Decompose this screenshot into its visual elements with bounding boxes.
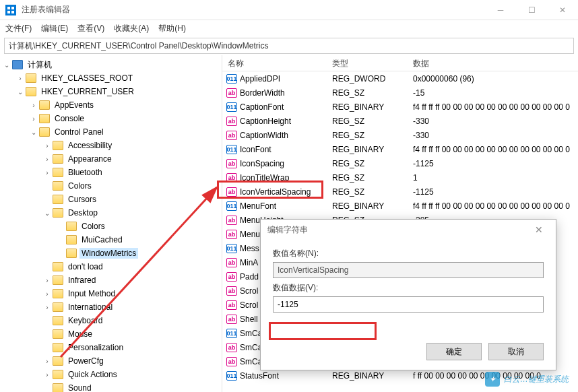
value-data: -15 <box>408 88 578 98</box>
list-header: 名称 类型 数据 <box>222 55 578 71</box>
value-icon: ab <box>226 357 237 366</box>
watermark: ✦ 白云…键重装系统 <box>485 372 569 387</box>
menu-favorites[interactable]: 收藏夹(A) <box>114 23 149 34</box>
value-icon: ab <box>226 300 237 310</box>
minimize-button[interactable]: ─ <box>485 0 516 20</box>
value-data: -330 <box>408 131 578 140</box>
close-button[interactable]: ✕ <box>547 0 578 20</box>
tree-root[interactable]: 计算机 <box>0 58 222 71</box>
tree-item[interactable]: Infrared <box>0 273 222 287</box>
value-data: 0x00000060 (96) <box>408 74 578 84</box>
col-data[interactable]: 数据 <box>408 55 578 71</box>
value-name: CaptionFont <box>240 102 284 112</box>
svg-rect-2 <box>7 11 10 13</box>
value-type: REG_DWORD <box>327 74 408 84</box>
value-icon: 011 <box>226 201 237 211</box>
maximize-button[interactable]: ☐ <box>516 0 547 20</box>
tree-item[interactable]: Accessibility <box>0 139 222 152</box>
list-row[interactable]: abIconTitleWrapREG_SZ1 <box>222 170 578 185</box>
value-data: 1 <box>408 173 578 183</box>
value-type: REG_BINARY <box>327 145 408 154</box>
menu-edit[interactable]: 编辑(E) <box>41 23 68 34</box>
tree-item[interactable]: Input Method <box>0 287 222 300</box>
value-type: REG_SZ <box>327 88 408 98</box>
tree-item[interactable]: Sound <box>0 381 222 392</box>
value-type: REG_BINARY <box>327 371 408 381</box>
tree-item[interactable]: Colors <box>0 179 222 193</box>
tree-item[interactable]: Mouse <box>0 327 222 341</box>
tree-item[interactable]: don't load <box>0 260 222 273</box>
value-name: Scrol <box>240 300 258 310</box>
value-name: IconSpacing <box>240 159 284 168</box>
tree-item[interactable]: Personalization <box>0 341 222 354</box>
tree-item[interactable]: HKEY_CLASSES_ROOT <box>0 71 222 85</box>
value-icon: ab <box>226 258 237 267</box>
tree-item[interactable]: Console <box>0 112 222 125</box>
value-icon: 011 <box>226 244 237 253</box>
menu-view[interactable]: 查看(V) <box>77 23 104 34</box>
list-row[interactable]: abIconVerticalSpacingREG_SZ-1125 <box>222 185 578 199</box>
svg-rect-0 <box>7 7 10 9</box>
tree-item[interactable]: Appearance <box>0 152 222 166</box>
tree-item[interactable]: MuiCached <box>0 233 222 247</box>
cancel-button[interactable]: 取消 <box>488 343 544 360</box>
menubar: 文件(F) 编辑(E) 查看(V) 收藏夹(A) 帮助(H) <box>0 20 578 36</box>
value-icon: 011 <box>226 74 237 84</box>
value-icon: ab <box>226 187 237 197</box>
value-icon: ab <box>226 88 237 98</box>
ok-button[interactable]: 确定 <box>426 343 482 360</box>
value-name: CaptionHeight <box>240 117 291 126</box>
col-type[interactable]: 类型 <box>327 55 408 71</box>
value-icon: ab <box>226 315 237 324</box>
dialog-title: 编辑字符串 <box>267 224 308 236</box>
value-icon: ab <box>226 216 237 225</box>
address-bar[interactable]: 计算机\HKEY_CURRENT_USER\Control Panel\Desk… <box>4 38 574 54</box>
tree-item[interactable]: HKEY_CURRENT_USER <box>0 85 222 98</box>
list-row[interactable]: abIconSpacingREG_SZ-1125 <box>222 156 578 170</box>
list-row[interactable]: 011IconFontREG_BINARYf4 ff ff ff 00 00 0… <box>222 142 578 156</box>
tree-item[interactable]: Keyboard <box>0 314 222 327</box>
value-name: AppliedDPI <box>240 74 280 84</box>
value-icon: 011 <box>226 102 237 112</box>
close-icon[interactable]: ✕ <box>529 224 549 235</box>
app-icon <box>5 5 16 15</box>
value-type: REG_SZ <box>327 117 408 126</box>
tree-item[interactable]: Control Panel <box>0 125 222 139</box>
list-row[interactable]: 011MenuFontREG_BINARYf4 ff ff ff 00 00 0… <box>222 199 578 213</box>
value-name: StatusFont <box>240 371 279 381</box>
tree-item[interactable]: Bluetooth <box>0 166 222 179</box>
titlebar: 注册表编辑器 ─ ☐ ✕ <box>0 0 578 20</box>
value-data-input[interactable] <box>273 296 544 313</box>
col-name[interactable]: 名称 <box>222 55 327 71</box>
value-name: Padd <box>240 272 259 282</box>
registry-tree[interactable]: 计算机HKEY_CLASSES_ROOTHKEY_CURRENT_USERApp… <box>0 55 222 392</box>
list-row[interactable]: 011AppliedDPIREG_DWORD0x00000060 (96) <box>222 71 578 86</box>
menu-file[interactable]: 文件(F) <box>5 23 32 34</box>
menu-help[interactable]: 帮助(H) <box>158 23 186 34</box>
value-icon: ab <box>226 173 237 183</box>
list-row[interactable]: abCaptionWidthREG_SZ-330 <box>222 128 578 142</box>
tree-item[interactable]: PowerCfg <box>0 354 222 368</box>
tree-item[interactable]: Quick Actions <box>0 368 222 381</box>
tree-item[interactable]: AppEvents <box>0 98 222 112</box>
edit-string-dialog: 编辑字符串 ✕ 数值名称(N): 数值数据(V): 确定 取消 <box>260 219 556 370</box>
value-type: REG_SZ <box>327 131 408 140</box>
tree-item[interactable]: Desktop <box>0 206 222 220</box>
value-icon: ab <box>226 286 237 296</box>
value-data: -330 <box>408 117 578 126</box>
list-row[interactable]: abCaptionHeightREG_SZ-330 <box>222 114 578 128</box>
tree-item[interactable]: Colors <box>0 220 222 233</box>
value-data: -1125 <box>408 159 578 168</box>
value-name: Shell <box>240 315 258 324</box>
value-name: IconVerticalSpacing <box>240 187 311 197</box>
tree-item[interactable]: International <box>0 300 222 314</box>
value-icon: ab <box>226 159 237 168</box>
value-icon: ab <box>226 131 237 140</box>
list-row[interactable]: abBorderWidthREG_SZ-15 <box>222 86 578 100</box>
value-data: f4 ff ff ff 00 00 00 00 00 00 00 00 00 0… <box>408 145 578 154</box>
value-name: SmCa <box>240 343 262 352</box>
value-data: f4 ff ff ff 00 00 00 00 00 00 00 00 00 0… <box>408 102 578 112</box>
tree-item[interactable]: Cursors <box>0 193 222 206</box>
list-row[interactable]: 011CaptionFontREG_BINARYf4 ff ff ff 00 0… <box>222 100 578 114</box>
tree-item[interactable]: WindowMetrics <box>0 247 222 260</box>
